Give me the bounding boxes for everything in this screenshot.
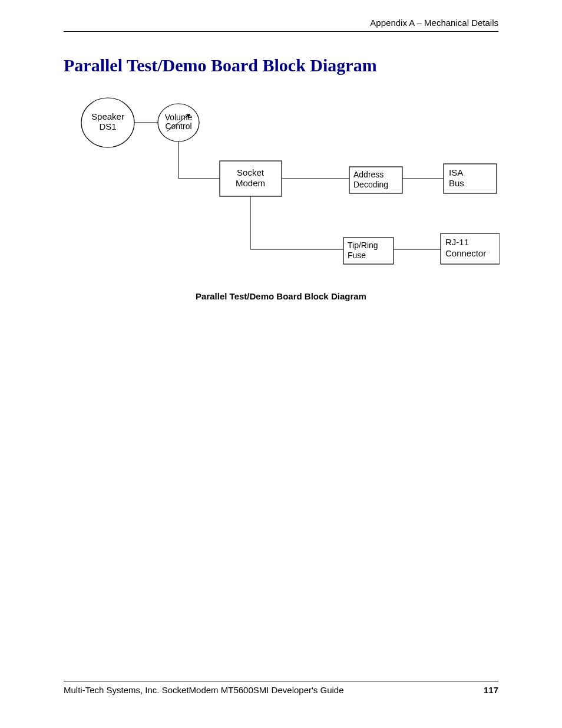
tip-label-1: Tip/Ring bbox=[348, 241, 378, 250]
speaker-label-1: Speaker bbox=[91, 111, 124, 121]
rj-label-1: RJ-11 bbox=[445, 237, 469, 247]
page-title: Parallel Test/Demo Board Block Diagram bbox=[64, 55, 498, 75]
address-label-2: Decoding bbox=[353, 180, 388, 189]
address-label-1: Address bbox=[353, 170, 384, 179]
isa-label-1: ISA bbox=[449, 167, 463, 177]
header-text: Appendix A – Mechanical Details bbox=[64, 18, 498, 32]
speaker-label-2: DS1 bbox=[99, 121, 116, 131]
socket-label-1: Socket bbox=[237, 167, 265, 177]
page-footer: Multi-Tech Systems, Inc. SocketModem MT5… bbox=[64, 681, 498, 695]
diagram-caption: Parallel Test/Demo Board Block Diagram bbox=[64, 291, 498, 301]
isa-label-2: Bus bbox=[449, 178, 464, 188]
tip-label-2: Fuse bbox=[348, 251, 366, 260]
rj-label-2: Connector bbox=[445, 248, 486, 258]
page-number: 117 bbox=[484, 685, 498, 695]
socket-label-2: Modem bbox=[236, 178, 265, 188]
footer-text: Multi-Tech Systems, Inc. SocketModem MT5… bbox=[64, 685, 344, 695]
block-diagram: Speaker DS1 Volume Control Socket Modem … bbox=[64, 87, 500, 282]
